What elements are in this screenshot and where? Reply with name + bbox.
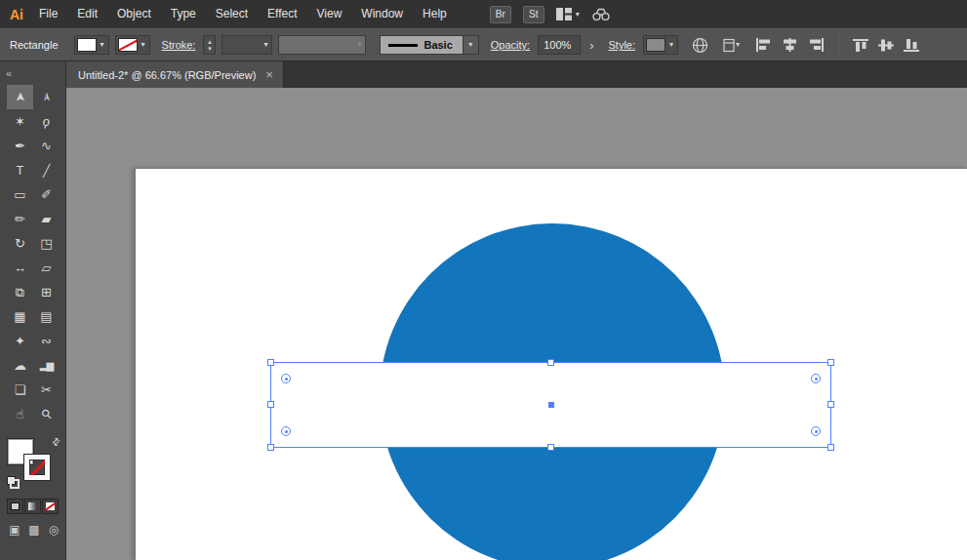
workspace-switcher[interactable]: ▾ — [556, 8, 580, 20]
illustrator-window: Ai FileEditObjectTypeSelectEffectViewWin… — [0, 0, 967, 560]
chevron-right-icon[interactable]: › — [586, 39, 596, 52]
selection-handle-s[interactable] — [547, 444, 554, 451]
align-top-icon[interactable] — [853, 38, 868, 53]
tool-rectangle[interactable]: ▭ — [7, 182, 33, 207]
menu-type[interactable]: Type — [161, 0, 206, 28]
selection-handle-se[interactable] — [827, 444, 834, 451]
arrange-documents-dropdown[interactable]: ▾ — [722, 38, 740, 53]
recolor-artwork-globe-icon[interactable] — [692, 37, 708, 54]
align-left-icon[interactable] — [755, 38, 772, 52]
tool-curvature[interactable]: ∿ — [33, 134, 60, 158]
stroke-weight-stepper[interactable]: ▴ ▾ — [203, 35, 216, 55]
bridge-button[interactable]: Br — [490, 6, 511, 23]
stroke-weight-dropdown[interactable]: ▾ — [222, 35, 272, 55]
tool-rotate[interactable]: ↻ — [7, 231, 33, 256]
menu-select[interactable]: Select — [206, 0, 258, 28]
close-tab-icon[interactable]: × — [265, 68, 273, 81]
selection-handle-w[interactable] — [267, 401, 274, 408]
menu-object[interactable]: Object — [107, 0, 161, 28]
tool-scale[interactable]: ◳ — [33, 231, 60, 256]
default-fill-stroke-icon[interactable] — [7, 476, 20, 489]
tool-free-transform[interactable]: ▱ — [33, 256, 60, 280]
corner-widget-sw[interactable] — [281, 426, 291, 436]
gradient-button[interactable] — [24, 499, 41, 514]
draw-behind-icon[interactable]: ▩ — [25, 523, 43, 537]
selection-handle-nw[interactable] — [267, 359, 274, 366]
menu-edit[interactable]: Edit — [67, 0, 107, 28]
align-middle-icon[interactable] — [878, 38, 894, 53]
app-logo-ai[interactable]: Ai — [0, 7, 29, 22]
opacity-value: 100% — [544, 39, 571, 51]
tool-mesh[interactable]: ▦ — [7, 304, 33, 329]
tool-lasso[interactable]: ϙ — [33, 109, 60, 134]
tool-paintbrush[interactable]: ✐ — [33, 182, 60, 207]
selection-handle-sw[interactable] — [267, 444, 274, 451]
none-slash-icon — [118, 38, 138, 52]
tool-perspective-grid[interactable]: ⊞ — [33, 280, 60, 304]
tool-selection[interactable]: ➤ — [7, 85, 33, 109]
selection-handle-e[interactable] — [827, 401, 834, 408]
tool-symbol-sprayer[interactable]: ☁ — [7, 353, 33, 378]
tool-mesh-icon: ▦ — [14, 310, 25, 323]
tool-eyedropper[interactable]: ✦ — [7, 329, 33, 353]
color-button[interactable] — [7, 499, 23, 514]
menu-file[interactable]: File — [29, 0, 67, 28]
align-center-icon[interactable] — [782, 38, 798, 52]
center-point[interactable] — [548, 402, 554, 408]
tool-width[interactable]: ↔ — [7, 256, 33, 280]
document-tab[interactable]: Untitled-2* @ 66.67% (RGB/Preview) × — [66, 61, 284, 88]
none-button[interactable] — [42, 499, 59, 514]
tool-shaper[interactable]: ✏ — [7, 207, 33, 231]
stroke-weight-label[interactable]: Stroke: — [162, 39, 196, 51]
tool-zoom[interactable]: ⚲ — [33, 402, 60, 426]
stroke-color-dropdown[interactable]: ▾ — [115, 35, 150, 55]
control-bar: Rectangle ▾ ▾ Stroke: ▴ ▾ ▾ ▾ Basic ▾ — [0, 28, 967, 61]
align-bottom-icon[interactable] — [904, 38, 919, 53]
tool-eyedropper-icon: ✦ — [15, 335, 25, 347]
menu-items: FileEditObjectTypeSelectEffectViewWindow… — [29, 0, 457, 28]
tool-line-segment[interactable]: ╱ — [33, 158, 60, 182]
fill-color-dropdown[interactable]: ▾ — [74, 35, 109, 55]
variable-width-profile-dropdown[interactable]: ▾ — [278, 35, 366, 55]
search-binoculars-icon[interactable] — [591, 7, 611, 21]
swap-fill-stroke-icon[interactable]: ⇄ — [49, 435, 62, 449]
stock-button[interactable]: St — [523, 6, 544, 23]
tool-direct-selection[interactable]: ➢ — [33, 85, 60, 109]
tool-slice[interactable]: ✂ — [33, 378, 60, 402]
tool-artboard[interactable]: ❏ — [7, 378, 33, 402]
stepper-up-icon: ▴ — [208, 38, 212, 45]
menu-window[interactable]: Window — [351, 0, 413, 28]
selection-handle-n[interactable] — [547, 359, 554, 366]
draw-inside-icon[interactable]: ◎ — [45, 523, 62, 537]
opacity-label[interactable]: Opacity: — [491, 39, 530, 51]
selected-rectangle[interactable] — [270, 362, 831, 448]
tool-type[interactable]: T — [7, 158, 33, 182]
draw-normal-icon[interactable]: ▣ — [6, 523, 23, 537]
stroke-swatch[interactable] — [24, 455, 50, 480]
menu-help[interactable]: Help — [413, 0, 457, 28]
corner-widget-se[interactable] — [811, 426, 821, 436]
selection-handle-ne[interactable] — [827, 359, 834, 366]
tool-blend[interactable]: ∾ — [33, 329, 60, 353]
corner-widget-nw[interactable] — [281, 374, 291, 383]
style-label[interactable]: Style: — [609, 39, 636, 51]
none-button-swatch — [46, 502, 55, 510]
brush-definition-dropdown[interactable]: Basic ▾ — [380, 35, 478, 55]
align-right-icon[interactable] — [808, 38, 825, 52]
tools-panel-header: « — [0, 61, 65, 85]
tool-pen[interactable]: ✒ — [7, 134, 33, 158]
menu-effect[interactable]: Effect — [258, 0, 306, 28]
tool-eraser[interactable]: ▰ — [33, 207, 60, 231]
opacity-input[interactable]: 100% — [538, 35, 581, 55]
canvas[interactable] — [66, 88, 967, 560]
tool-rectangle-icon: ▭ — [14, 188, 25, 201]
tool-gradient[interactable]: ▤ — [33, 304, 60, 329]
menu-view[interactable]: View — [307, 0, 352, 28]
tool-magic-wand[interactable]: ✶ — [7, 109, 33, 134]
collapse-panel-button[interactable]: « — [6, 67, 12, 79]
tool-column-graph[interactable]: ▂▆ — [33, 353, 60, 378]
graphic-style-dropdown[interactable]: ▾ — [643, 35, 678, 55]
tool-hand[interactable]: ☝ — [7, 402, 33, 426]
tool-shape-builder[interactable]: ⧉ — [7, 280, 33, 304]
corner-widget-ne[interactable] — [811, 374, 821, 383]
